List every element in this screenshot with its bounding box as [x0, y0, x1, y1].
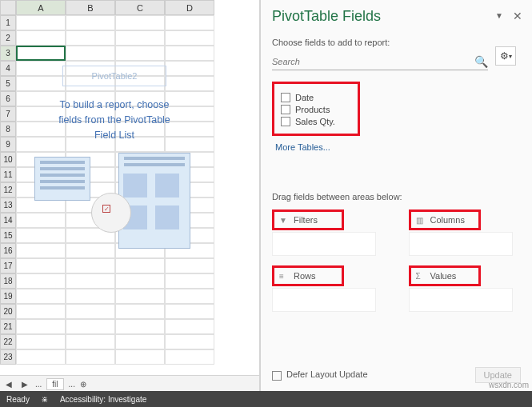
cell[interactable] [115, 15, 165, 30]
cell[interactable] [165, 319, 214, 334]
filters-dropzone[interactable] [272, 232, 376, 256]
row-head[interactable]: 22 [0, 334, 16, 349]
cell[interactable] [66, 289, 115, 304]
columns-area-header[interactable]: ▥Columns [409, 209, 481, 230]
row-head[interactable]: 21 [0, 319, 16, 334]
status-accessibility[interactable]: Accessibility: Investigate [60, 395, 146, 404]
row-head[interactable]: 5 [0, 76, 16, 91]
row-head[interactable]: 10 [0, 152, 16, 167]
cell[interactable] [66, 15, 115, 30]
cell[interactable] [165, 15, 214, 30]
sheet-tab-bar[interactable]: ◀ ▶ ... fil ... ⊕ [0, 375, 259, 393]
cell[interactable] [16, 349, 66, 365]
tab-ellipsis[interactable]: ... [35, 380, 42, 389]
values-dropzone[interactable] [409, 288, 513, 312]
cell[interactable] [165, 46, 214, 61]
row-head[interactable]: 12 [0, 182, 16, 198]
row-head[interactable]: 17 [0, 258, 16, 273]
search-input[interactable] [272, 57, 474, 66]
filters-area-header[interactable]: ▼Filters [272, 209, 344, 230]
cell[interactable] [16, 319, 66, 334]
gear-icon[interactable]: ⚙▾ [495, 46, 516, 66]
sheet-tab[interactable]: fil [46, 378, 63, 390]
field-item[interactable]: Sales Qty. [281, 117, 351, 126]
cell[interactable] [16, 334, 66, 349]
close-icon[interactable]: ✕ [513, 10, 522, 22]
cell[interactable] [66, 304, 115, 319]
cell[interactable] [115, 273, 165, 289]
cell[interactable] [165, 334, 214, 349]
cell[interactable] [66, 349, 115, 365]
row-head[interactable]: 19 [0, 289, 16, 304]
row-head[interactable]: 7 [0, 106, 16, 122]
row-head[interactable]: 1 [0, 15, 16, 30]
cell[interactable] [165, 304, 214, 319]
cell[interactable] [16, 304, 66, 319]
col-head-A[interactable]: A [16, 0, 66, 15]
columns-dropzone[interactable] [409, 232, 513, 256]
cell[interactable] [165, 258, 214, 273]
cell[interactable] [115, 289, 165, 304]
cell[interactable] [115, 349, 165, 365]
cell[interactable] [115, 334, 165, 349]
checkbox[interactable] [281, 93, 290, 102]
cell[interactable] [165, 349, 214, 365]
cell[interactable] [16, 258, 66, 273]
row-head[interactable]: 9 [0, 137, 16, 152]
row-head[interactable]: 2 [0, 30, 16, 46]
cell[interactable] [66, 30, 115, 46]
row-head[interactable]: 13 [0, 198, 16, 213]
cell[interactable] [115, 258, 165, 273]
row-head[interactable]: 11 [0, 167, 16, 182]
cell[interactable] [115, 319, 165, 334]
row-head[interactable]: 3 [0, 46, 16, 61]
pane-dropdown-icon[interactable]: ▼ [495, 11, 503, 20]
col-head-C[interactable]: C [115, 0, 165, 15]
col-head-D[interactable]: D [165, 0, 214, 15]
tab-nav-next-icon[interactable]: ▶ [19, 380, 30, 389]
cell[interactable] [66, 258, 115, 273]
cell[interactable] [66, 334, 115, 349]
row-head[interactable]: 20 [0, 304, 16, 319]
row-head[interactable]: 6 [0, 91, 16, 106]
cell[interactable] [115, 46, 165, 61]
row-head[interactable]: 16 [0, 243, 16, 258]
accessibility-icon[interactable]: ⛯ [41, 395, 49, 404]
cell[interactable] [165, 273, 214, 289]
search-icon[interactable]: 🔍 [474, 55, 488, 68]
row-head[interactable]: 14 [0, 213, 16, 228]
rows-area-header[interactable]: ≡Rows [272, 265, 344, 286]
tab-nav-prev-icon[interactable]: ◀ [3, 380, 14, 389]
row-head[interactable]: 15 [0, 228, 16, 243]
cell[interactable] [66, 273, 115, 289]
cell[interactable] [165, 30, 214, 46]
cell[interactable] [165, 289, 214, 304]
rows-dropzone[interactable] [272, 288, 376, 312]
row-head[interactable]: 18 [0, 273, 16, 289]
cell[interactable] [115, 30, 165, 46]
row-head[interactable]: 4 [0, 61, 16, 76]
cell[interactable] [16, 243, 66, 258]
cell[interactable] [16, 289, 66, 304]
tab-ellipsis[interactable]: ... [69, 380, 75, 389]
field-item[interactable]: Products [281, 105, 351, 114]
values-area-header[interactable]: ΣValues [409, 265, 481, 286]
search-field[interactable]: 🔍 [272, 54, 488, 70]
cell[interactable] [66, 243, 115, 258]
more-tables-link[interactable]: More Tables... [275, 142, 521, 152]
cell[interactable] [66, 46, 115, 61]
checkbox[interactable] [281, 105, 290, 114]
new-sheet-icon[interactable]: ⊕ [80, 380, 86, 389]
select-all-corner[interactable] [0, 0, 16, 15]
field-item[interactable]: Date [281, 93, 351, 102]
row-head[interactable]: 23 [0, 349, 16, 365]
cell[interactable] [115, 304, 165, 319]
col-head-B[interactable]: B [66, 0, 115, 15]
defer-checkbox[interactable] [272, 371, 282, 381]
cell[interactable] [16, 273, 66, 289]
row-head[interactable]: 8 [0, 122, 16, 137]
cell[interactable] [66, 319, 115, 334]
checkbox[interactable] [281, 117, 290, 126]
cell[interactable] [16, 15, 66, 30]
cell[interactable] [16, 30, 66, 46]
